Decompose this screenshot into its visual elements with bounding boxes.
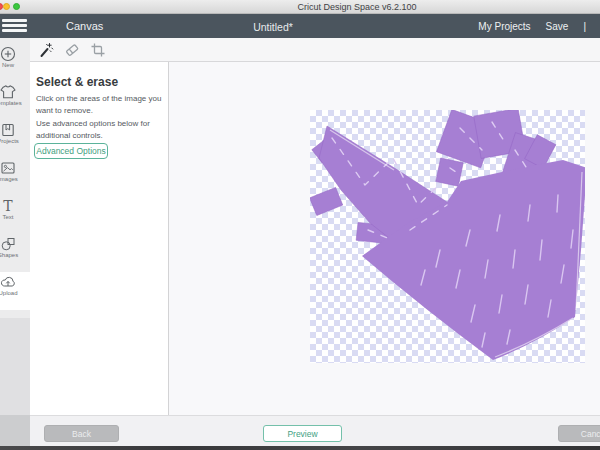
sidebar-item-label: Shapes <box>0 252 30 258</box>
uploaded-image-preview[interactable] <box>310 110 585 363</box>
crop-tool-button[interactable] <box>89 41 106 58</box>
projects-icon <box>0 122 16 138</box>
footer-bar: Back Preview Cancel <box>30 415 600 446</box>
upload-cloud-icon <box>0 274 16 290</box>
cancel-button[interactable]: Cancel <box>558 425 600 442</box>
sidebar-item-text[interactable]: T Text <box>0 196 30 233</box>
back-button[interactable]: Back <box>44 425 119 442</box>
shapes-icon <box>0 236 16 252</box>
erase-toolbar <box>30 38 600 62</box>
sidebar-item-label: Upload <box>0 290 30 296</box>
hamburger-menu-icon[interactable] <box>2 19 27 33</box>
window-title: Cricut Design Space v6.2.100 <box>297 2 416 12</box>
select-erase-panel: Select & erase Click on the areas of the… <box>30 62 168 415</box>
app-window: Cricut Design Space v6.2.100 Canvas Unti… <box>0 0 600 450</box>
sidebar-item-templates[interactable]: Templates <box>0 82 30 119</box>
main-sidebar: New Templates Projects Images <box>0 38 30 415</box>
app-header: Canvas Untitled* My Projects Save | <box>0 14 600 38</box>
sidebar-item-label: Images <box>0 176 30 182</box>
preview-button[interactable]: Preview <box>263 425 342 442</box>
image-edit-area <box>169 62 600 415</box>
tshirt-icon <box>0 84 16 100</box>
sidebar-item-label: Projects <box>0 138 30 144</box>
canvas-nav-label[interactable]: Canvas <box>66 20 103 32</box>
minimize-window-icon[interactable] <box>3 3 10 10</box>
zoom-window-icon[interactable] <box>13 3 20 10</box>
sidebar-item-upload[interactable]: Upload <box>0 272 30 310</box>
svg-text:T: T <box>3 198 13 214</box>
text-icon: T <box>0 198 16 214</box>
plus-circle-icon <box>0 46 16 62</box>
my-projects-link[interactable]: My Projects <box>478 21 530 32</box>
eraser-tool-button[interactable] <box>63 41 80 58</box>
magic-wand-tool-button[interactable] <box>37 41 54 58</box>
sidebar-item-label: Text <box>0 214 30 220</box>
mac-titlebar: Cricut Design Space v6.2.100 <box>0 0 600 14</box>
sidebar-item-label: Templates <box>0 100 30 106</box>
sidebar-lower-area <box>0 318 30 415</box>
desktop-dock-strip <box>0 446 600 450</box>
image-icon <box>0 160 16 176</box>
document-title[interactable]: Untitled* <box>253 21 293 33</box>
uploaded-image-shape <box>310 110 585 363</box>
sidebar-item-images[interactable]: Images <box>0 158 30 195</box>
sidebar-item-label: New <box>0 62 30 68</box>
sidebar-item-shapes[interactable]: Shapes <box>0 234 30 271</box>
advanced-options-button[interactable]: Advanced Options <box>34 143 108 159</box>
panel-instruction-2: Use advanced options below for additiona… <box>36 118 166 142</box>
header-divider: | <box>583 21 586 32</box>
sidebar-item-projects[interactable]: Projects <box>0 120 30 157</box>
panel-instruction-1: Click on the areas of the image you want… <box>36 93 166 117</box>
save-link[interactable]: Save <box>546 21 569 32</box>
sidebar-item-new[interactable]: New <box>0 44 30 81</box>
panel-heading: Select & erase <box>36 75 118 89</box>
sidebar-footer-block <box>0 415 30 446</box>
